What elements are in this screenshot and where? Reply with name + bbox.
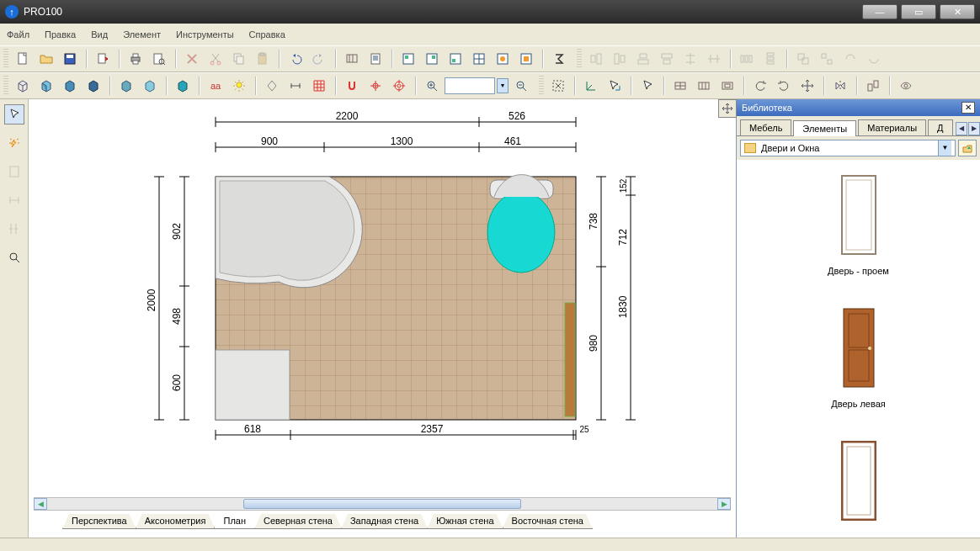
- copy-button[interactable]: [228, 48, 250, 70]
- scroll-thumb[interactable]: [243, 499, 521, 509]
- delete-button[interactable]: [181, 48, 203, 70]
- group-button[interactable]: [792, 48, 814, 70]
- new-file-button[interactable]: [12, 48, 34, 70]
- undo-button[interactable]: [285, 48, 306, 70]
- align-4-button[interactable]: [656, 48, 678, 70]
- tab-perspective[interactable]: Перспектива: [62, 514, 136, 529]
- cube-tex-button[interactable]: [172, 75, 194, 97]
- library-folder-combo[interactable]: Двери и Окна ▼: [740, 140, 956, 156]
- view-6-button[interactable]: [515, 48, 537, 70]
- align-2-button[interactable]: [609, 48, 631, 70]
- open-file-button[interactable]: [35, 48, 57, 70]
- lib-tab-more[interactable]: Д: [928, 119, 952, 135]
- cube-shade-4-button[interactable]: [115, 75, 137, 97]
- align-6-button[interactable]: [703, 48, 725, 70]
- library-close-button[interactable]: ✕: [961, 102, 975, 114]
- text-button[interactable]: aa: [205, 75, 226, 97]
- diamond-button[interactable]: [261, 75, 283, 97]
- print-preview-button[interactable]: [148, 48, 170, 70]
- mirror-button[interactable]: [829, 75, 851, 97]
- tab-plan[interactable]: План: [214, 514, 255, 529]
- snap-2-button[interactable]: [365, 75, 386, 97]
- menu-help[interactable]: Справка: [249, 29, 285, 40]
- cube-wire-button[interactable]: [12, 75, 34, 97]
- tab-west[interactable]: Западная стена: [341, 514, 428, 529]
- report-button[interactable]: [365, 48, 386, 70]
- lib-tabs-next[interactable]: ▶: [968, 122, 980, 135]
- select-arrow-button[interactable]: [636, 75, 658, 97]
- canvas-area[interactable]: 2200 526 900 1300 461 2000: [29, 99, 736, 538]
- view-1-button[interactable]: [397, 48, 419, 70]
- maximize-button[interactable]: ▭: [901, 4, 936, 19]
- tab-axonometry[interactable]: Аксонометрия: [136, 514, 216, 529]
- light-button[interactable]: [228, 75, 250, 97]
- combo-dropdown-icon[interactable]: ▼: [938, 140, 951, 156]
- library-item[interactable]: [740, 434, 977, 532]
- lib-tab-elements[interactable]: Элементы: [793, 120, 856, 136]
- fit-button[interactable]: [547, 75, 569, 97]
- ungroup-button[interactable]: [816, 48, 838, 70]
- align-1-button[interactable]: [585, 48, 607, 70]
- grid-button[interactable]: [308, 75, 330, 97]
- scroll-right-button[interactable]: ▶: [717, 498, 731, 510]
- paste-button[interactable]: [252, 48, 274, 70]
- axis-button[interactable]: [580, 75, 602, 97]
- menu-view[interactable]: Вид: [91, 29, 108, 40]
- library-up-button[interactable]: [958, 140, 977, 156]
- cursor-axis-button[interactable]: [604, 75, 626, 97]
- wall-1-button[interactable]: [669, 75, 691, 97]
- library-item[interactable]: Дверь - проем: [740, 168, 977, 276]
- zoom-in-button[interactable]: [421, 75, 443, 97]
- last-tool-button[interactable]: [895, 75, 917, 97]
- menu-edit[interactable]: Правка: [45, 29, 76, 40]
- rotate-1-button[interactable]: [749, 75, 771, 97]
- print-button[interactable]: [125, 48, 146, 70]
- align-5-button[interactable]: [679, 48, 701, 70]
- target-button[interactable]: [388, 75, 410, 97]
- zoom-out-button[interactable]: [510, 75, 532, 97]
- misc-1-button[interactable]: [839, 48, 861, 70]
- close-button[interactable]: ✕: [940, 4, 975, 19]
- menu-element[interactable]: Элемент: [123, 29, 161, 40]
- dim-v-tool[interactable]: [4, 219, 24, 239]
- cut-button[interactable]: [205, 48, 226, 70]
- magnify-tool[interactable]: [4, 247, 24, 268]
- dim-line-button[interactable]: [285, 75, 306, 97]
- sum-button[interactable]: [548, 48, 570, 70]
- cube-shade-2-button[interactable]: [59, 75, 81, 97]
- horizontal-scrollbar[interactable]: ◀ ▶: [34, 497, 731, 511]
- snap-1-button[interactable]: [341, 75, 363, 97]
- scroll-left-button[interactable]: ◀: [34, 498, 47, 510]
- view-3-button[interactable]: [445, 48, 466, 70]
- lib-tab-materials[interactable]: Материалы: [858, 119, 926, 135]
- view-2-button[interactable]: [421, 48, 443, 70]
- tab-south[interactable]: Южная стена: [427, 514, 503, 529]
- tab-north[interactable]: Северная стена: [254, 514, 342, 529]
- save-file-button[interactable]: [59, 48, 81, 70]
- lib-tab-furniture[interactable]: Мебель: [740, 119, 791, 135]
- library-item[interactable]: Дверь левая: [740, 301, 977, 409]
- copy-arr-button[interactable]: [862, 75, 884, 97]
- cube-shade-3-button[interactable]: [83, 75, 104, 97]
- library-move-handle[interactable]: [718, 99, 737, 118]
- menu-file[interactable]: Файл: [7, 29, 29, 40]
- align-3-button[interactable]: [632, 48, 654, 70]
- wall-3-button[interactable]: [716, 75, 738, 97]
- minimize-button[interactable]: —: [862, 4, 897, 19]
- zoom-dropdown[interactable]: ▼: [497, 78, 509, 93]
- import-button[interactable]: [92, 48, 114, 70]
- misc-2-button[interactable]: [863, 48, 885, 70]
- dist-2-button[interactable]: [759, 48, 781, 70]
- lib-tabs-prev[interactable]: ◀: [956, 122, 967, 135]
- view-5-button[interactable]: [492, 48, 514, 70]
- rotate-2-button[interactable]: [773, 75, 795, 97]
- menu-tools[interactable]: Инструменты: [176, 29, 234, 40]
- wall-2-button[interactable]: [693, 75, 715, 97]
- wall-tool[interactable]: [4, 162, 24, 182]
- zoom-input[interactable]: [445, 77, 495, 94]
- tool-a-button[interactable]: [341, 48, 363, 70]
- view-4-button[interactable]: [468, 48, 490, 70]
- light-tool[interactable]: [4, 133, 24, 153]
- redo-button[interactable]: [308, 48, 330, 70]
- tab-east[interactable]: Восточная стена: [503, 514, 593, 529]
